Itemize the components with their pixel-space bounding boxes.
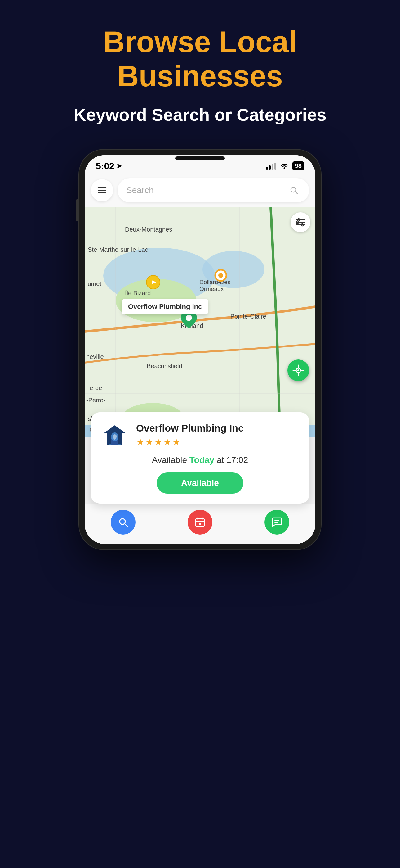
phone-screen: 5:02 ➤ 98 <box>85 155 315 544</box>
business-rating: ★★★★★ <box>136 436 299 447</box>
business-name: Overflow Plumbing Inc <box>136 422 299 434</box>
phone-frame: 5:02 ➤ 98 <box>79 150 321 550</box>
svg-point-20 <box>186 315 192 321</box>
map-label-lumet: lumet <box>86 280 101 287</box>
map-background: Deux-Montagnes Ste-Marthe-sur-le-Lac Île… <box>85 207 315 437</box>
search-bar[interactable]: Search <box>118 178 309 203</box>
nav-schedule-button[interactable] <box>188 510 212 535</box>
svg-point-26 <box>297 369 299 371</box>
available-button[interactable]: Available <box>157 472 243 494</box>
svg-point-12 <box>302 224 303 225</box>
battery-display: 98 <box>292 161 304 170</box>
menu-button[interactable] <box>91 179 113 202</box>
availability-prefix: Available <box>152 455 187 465</box>
svg-point-36 <box>199 523 201 525</box>
phone-mockup: 5:02 ➤ 98 <box>79 150 321 550</box>
business-card: Overflow Plumbing Inc ★★★★★ Available To… <box>91 412 309 503</box>
map-label-ste-marthe: Ste-Marthe-sur-le-Lac <box>88 246 148 253</box>
map-label-pointe-claire: Pointe-Claire <box>230 313 266 320</box>
svg-line-31 <box>125 524 128 527</box>
availability-today: Today <box>190 455 214 465</box>
location-arrow-icon: ➤ <box>116 162 122 170</box>
signal-icon <box>266 163 276 169</box>
business-popup-text: Overflow Plumbing Inc <box>128 303 202 310</box>
nav-explore-button[interactable] <box>111 510 135 535</box>
hero-title: Browse Local Businesses <box>61 25 339 93</box>
business-card-header: Overflow Plumbing Inc ★★★★★ <box>101 422 299 450</box>
hero-subtitle: Keyword Search or Categories <box>73 104 326 125</box>
svg-rect-32 <box>196 519 204 527</box>
svg-point-9 <box>298 219 299 220</box>
user-location-pin <box>145 274 161 291</box>
search-placeholder: Search <box>126 185 154 195</box>
map-label-deux-montagnes: Deux-Montagnes <box>125 226 172 233</box>
svg-point-19 <box>218 273 223 278</box>
status-bar: 5:02 ➤ 98 <box>85 155 315 175</box>
time-display: 5:02 <box>96 161 114 172</box>
nav-messages-button[interactable] <box>265 510 289 535</box>
availability-text: Available Today at 17:02 <box>101 455 299 465</box>
my-location-button[interactable] <box>288 360 309 381</box>
hamburger-icon <box>98 187 106 193</box>
availability-time: at 17:02 <box>217 455 248 465</box>
map-label-beaconsfield: Beaconsfield <box>147 363 182 370</box>
business-popup-label[interactable]: Overflow Plumbing Inc <box>122 299 208 314</box>
status-icons: 98 <box>266 161 304 170</box>
filter-button[interactable] <box>291 212 310 232</box>
search-icon <box>288 184 300 197</box>
orange-location-pin <box>213 268 228 284</box>
map-label-ne-de: ne-de- <box>86 384 104 392</box>
search-row: Search <box>85 175 315 207</box>
bottom-navigation <box>85 503 315 544</box>
map-label-neville: neville <box>86 353 104 361</box>
status-time: 5:02 ➤ <box>96 161 122 172</box>
wifi-icon <box>280 162 289 170</box>
business-info: Overflow Plumbing Inc ★★★★★ <box>136 422 299 447</box>
map-label-perro: -Perro- <box>86 397 105 404</box>
svg-line-1 <box>295 191 297 194</box>
map-container[interactable]: Deux-Montagnes Ste-Marthe-sur-le-Lac Île… <box>85 207 315 437</box>
business-logo <box>101 422 129 450</box>
